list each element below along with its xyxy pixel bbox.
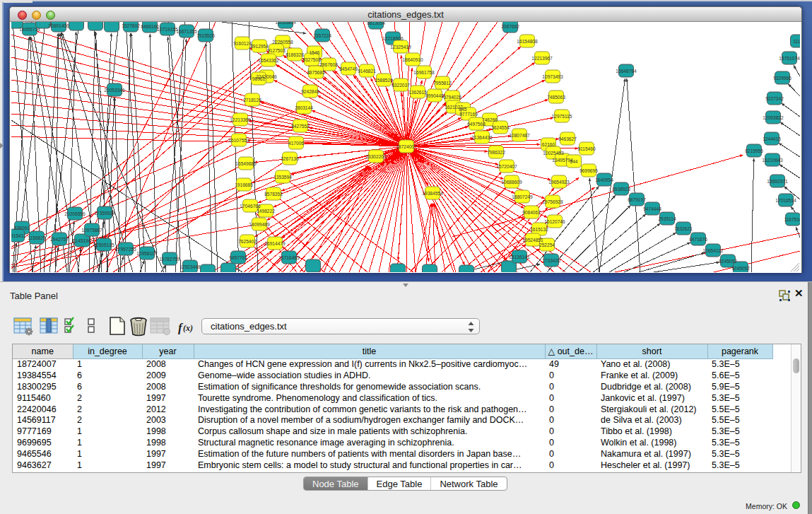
svg-text:1498222: 1498222	[257, 209, 275, 214]
svg-text:15716485: 15716485	[278, 255, 300, 260]
svg-text:8215955: 8215955	[745, 148, 763, 153]
svg-text:10719155: 10719155	[157, 27, 178, 32]
svg-text:16549685: 16549685	[235, 161, 257, 166]
svg-text:1588520: 1588520	[375, 78, 393, 83]
svg-text:1156829: 1156829	[28, 235, 46, 240]
svg-text:16648784: 16648784	[616, 69, 637, 74]
svg-text:16543362: 16543362	[258, 58, 279, 63]
svg-text:10654112: 10654112	[703, 248, 724, 253]
svg-text:20691406: 20691406	[48, 23, 69, 28]
svg-text:9699695: 9699695	[579, 168, 598, 173]
svg-text:18724007: 18724007	[396, 144, 417, 149]
svg-text:20206556: 20206556	[64, 211, 86, 216]
svg-text:3915411: 3915411	[11, 233, 26, 238]
svg-text:1244415: 1244415	[763, 136, 781, 141]
svg-text:6794028: 6794028	[443, 95, 461, 100]
svg-text:1167534: 1167534	[784, 217, 800, 222]
svg-text:14055714: 14055714	[19, 27, 40, 32]
svg-text:9329966: 9329966	[773, 76, 792, 81]
svg-text:98961: 98961	[252, 76, 266, 81]
svg-text:23302203: 23302203	[365, 154, 387, 159]
svg-text:22260558: 22260558	[272, 40, 293, 45]
svg-text:(x): (x)	[183, 323, 193, 333]
svg-text:12218506: 12218506	[382, 36, 404, 41]
svg-text:12325419: 12325419	[390, 45, 411, 49]
svg-text:845: 845	[459, 107, 466, 112]
svg-text:6497568: 6497568	[467, 122, 486, 127]
svg-text:1916685: 1916685	[235, 182, 253, 187]
svg-text:16961758: 16961758	[413, 70, 435, 75]
svg-text:10975887: 10975887	[81, 228, 102, 233]
svg-text:844: 844	[570, 159, 577, 164]
svg-text:12213369: 12213369	[230, 117, 251, 122]
svg-text:2803144: 2803144	[295, 105, 313, 110]
svg-text:2867608: 2867608	[319, 62, 338, 67]
svg-text:15136141: 15136141	[509, 255, 530, 259]
svg-text:15720407: 15720407	[496, 164, 517, 169]
svg-text:8427552: 8427552	[291, 124, 310, 129]
svg-text:18807249: 18807249	[512, 194, 533, 199]
svg-text:12093822: 12093822	[763, 115, 784, 120]
svg-text:1145194: 1145194	[73, 238, 91, 243]
svg-text:7357224: 7357224	[313, 33, 331, 38]
svg-text:12505135: 12505135	[93, 243, 114, 247]
svg-text:9463627: 9463627	[558, 136, 577, 141]
svg-text:9127503: 9127503	[267, 48, 286, 53]
svg-text:10958107: 10958107	[136, 251, 158, 256]
svg-text:10688609: 10688609	[501, 180, 522, 185]
svg-text:417006: 417006	[288, 141, 304, 146]
svg-text:9474444: 9474444	[643, 206, 661, 211]
svg-text:20053346: 20053346	[104, 88, 125, 93]
svg-text:17957255: 17957255	[115, 247, 136, 252]
svg-text:12923448: 12923448	[180, 264, 201, 269]
svg-text:18640910: 18640910	[402, 57, 423, 62]
svg-text:6879197: 6879197	[628, 197, 646, 202]
svg-text:10025453: 10025453	[543, 151, 564, 156]
svg-text:8186328: 8186328	[286, 52, 304, 57]
svg-text:19654923: 19654923	[548, 180, 570, 185]
svg-text:9457791: 9457791	[229, 255, 247, 260]
svg-text:9245052: 9245052	[731, 266, 750, 271]
svg-text:252254: 252254	[539, 243, 555, 247]
svg-text:7955812: 7955812	[433, 81, 452, 86]
svg-text:12213967: 12213967	[531, 56, 553, 61]
svg-text:7632621: 7632621	[674, 226, 693, 231]
svg-text:8454749: 8454749	[339, 66, 358, 71]
svg-text:16210643: 16210643	[762, 158, 783, 163]
svg-text:1733426: 1733426	[542, 258, 560, 263]
svg-text:3267130: 3267130	[281, 156, 299, 161]
svg-text:16914479: 16914479	[264, 241, 286, 246]
svg-text:9777169: 9777169	[459, 112, 478, 117]
svg-text:2942757: 2942757	[50, 237, 69, 242]
svg-text:835061: 835061	[14, 226, 30, 230]
svg-text:6322037: 6322037	[392, 83, 410, 88]
svg-text:17359924: 17359924	[94, 211, 115, 216]
svg-text:6466160: 6466160	[141, 24, 159, 29]
svg-text:15751074: 15751074	[779, 56, 800, 61]
svg-text:8813054: 8813054	[367, 22, 385, 25]
svg-text:16107553: 16107553	[228, 138, 249, 143]
svg-text:9146821: 9146821	[358, 69, 376, 74]
svg-text:1112: 1112	[793, 39, 800, 44]
svg-text:3624554: 3624554	[491, 125, 510, 130]
svg-text:15692971: 15692971	[767, 179, 788, 184]
svg-text:1640954: 1640954	[595, 177, 613, 182]
svg-text:12975115: 12975115	[552, 114, 572, 119]
svg-text:16671355: 16671355	[176, 29, 197, 34]
svg-text:1527602: 1527602	[122, 23, 140, 28]
svg-text:7625402: 7625402	[238, 239, 257, 244]
svg-text:9245052: 9245052	[719, 259, 737, 264]
svg-text:21364436: 21364436	[471, 135, 493, 140]
svg-text:9115460: 9115460	[577, 146, 596, 151]
svg-text:7986322: 7986322	[487, 150, 505, 155]
svg-text:16782759: 16782759	[159, 257, 180, 262]
svg-text:7515526: 7515526	[196, 33, 215, 38]
svg-text:10973493: 10973493	[542, 74, 563, 79]
svg-text:16120746: 16120746	[544, 219, 565, 224]
svg-text:19756928: 19756928	[542, 199, 563, 204]
svg-text:19524851: 19524851	[522, 238, 543, 243]
svg-text:17016514: 17016514	[775, 198, 796, 203]
svg-text:9327508: 9327508	[302, 57, 321, 62]
svg-text:8578352: 8578352	[264, 192, 283, 197]
svg-text:9160124: 9160124	[233, 41, 252, 46]
